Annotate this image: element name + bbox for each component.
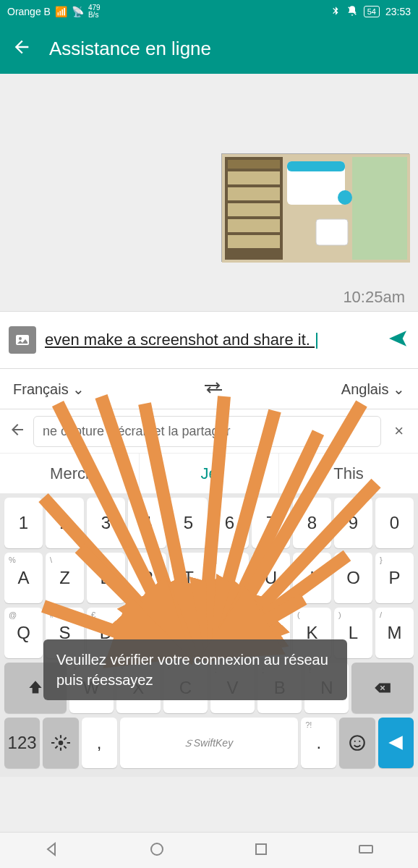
period-key[interactable]: ?!. bbox=[301, 718, 336, 768]
svg-rect-4 bbox=[228, 171, 280, 184]
svg-rect-35 bbox=[256, 844, 266, 854]
svg-rect-36 bbox=[359, 846, 372, 853]
key-Y[interactable]: ]Y bbox=[210, 553, 249, 603]
svg-point-11 bbox=[338, 190, 352, 205]
app-bar: Assistance en ligne bbox=[0, 23, 418, 74]
suggestion-1[interactable]: Merci bbox=[0, 454, 140, 493]
key-4[interactable]: 4 bbox=[128, 498, 166, 548]
attach-image-button[interactable] bbox=[9, 326, 36, 354]
translation-input[interactable]: ne capture d'écran et la partager bbox=[33, 416, 381, 447]
enter-key[interactable] bbox=[378, 718, 414, 768]
emoji-key[interactable] bbox=[339, 718, 375, 768]
soft-keyboard: 1234567890 %A\Z|E=R[T]Y<U>I{O}P @Q#S€D_F… bbox=[0, 493, 418, 777]
backspace-key[interactable] bbox=[351, 663, 414, 713]
key-1[interactable]: 1 bbox=[4, 498, 43, 548]
key-3[interactable]: 3 bbox=[87, 498, 125, 548]
numeric-key[interactable]: 123 bbox=[4, 718, 40, 768]
svg-point-18 bbox=[354, 741, 356, 742]
carrier-label: Orange B bbox=[7, 6, 51, 17]
svg-rect-10 bbox=[287, 161, 345, 171]
svg-point-16 bbox=[59, 741, 64, 746]
svg-rect-3 bbox=[228, 160, 280, 169]
svg-rect-12 bbox=[316, 219, 348, 245]
send-button[interactable] bbox=[386, 327, 409, 353]
key-T[interactable]: [T bbox=[169, 553, 208, 603]
space-key[interactable]: 𝘚 SwiftKey bbox=[120, 718, 298, 768]
settings-key[interactable] bbox=[43, 718, 78, 768]
status-bar: Orange B 📶 📡 479B/s 54 23:53 bbox=[0, 0, 418, 23]
lang-to-selector[interactable]: Anglais ⌄ bbox=[341, 380, 405, 398]
error-toast: Veuillez vérifier votre connexion au rés… bbox=[43, 639, 347, 700]
android-nav-bar bbox=[0, 832, 418, 868]
swap-languages-button[interactable] bbox=[203, 381, 223, 397]
mute-icon bbox=[346, 5, 358, 19]
svg-rect-5 bbox=[228, 187, 280, 200]
wifi-icon: 📡 bbox=[72, 6, 84, 17]
svg-point-34 bbox=[151, 843, 163, 855]
key-E[interactable]: |E bbox=[87, 553, 125, 603]
translate-language-bar: Français ⌄ Anglais ⌄ bbox=[0, 369, 418, 409]
message-input[interactable]: even make a screenshot and share it. bbox=[45, 330, 378, 351]
lang-from-selector[interactable]: Français ⌄ bbox=[13, 380, 85, 398]
translation-back-button[interactable] bbox=[9, 421, 26, 441]
composer: even make a screenshot and share it. bbox=[0, 311, 418, 369]
key-5[interactable]: 5 bbox=[169, 498, 208, 548]
chevron-down-icon: ⌄ bbox=[393, 381, 405, 397]
key-2[interactable]: 2 bbox=[46, 498, 84, 548]
nav-recent-button[interactable] bbox=[252, 841, 270, 861]
key-Q[interactable]: @Q bbox=[4, 608, 43, 658]
suggestion-3[interactable]: This bbox=[279, 454, 418, 493]
svg-rect-13 bbox=[352, 157, 407, 260]
key-9[interactable]: 9 bbox=[334, 498, 372, 548]
chat-area[interactable]: 10:25am bbox=[0, 74, 418, 311]
message-timestamp: 10:25am bbox=[343, 288, 405, 307]
nav-back-button[interactable] bbox=[43, 841, 61, 861]
svg-rect-7 bbox=[228, 219, 280, 232]
key-6[interactable]: 6 bbox=[210, 498, 249, 548]
nav-home-button[interactable] bbox=[148, 841, 166, 861]
suggestion-2[interactable]: Je bbox=[140, 454, 279, 493]
key-M[interactable]: /M bbox=[375, 608, 414, 658]
network-speed: 479B/s bbox=[88, 4, 101, 19]
battery-icon: 54 bbox=[364, 6, 380, 17]
key-O[interactable]: {O bbox=[334, 553, 372, 603]
key-R[interactable]: =R bbox=[128, 553, 166, 603]
svg-rect-8 bbox=[228, 235, 280, 248]
keyboard-suggestions: Merci Je This bbox=[0, 453, 418, 493]
key-8[interactable]: 8 bbox=[293, 498, 331, 548]
key-U[interactable]: <U bbox=[252, 553, 290, 603]
bluetooth-icon bbox=[330, 6, 341, 18]
signal-icon: 📶 bbox=[55, 6, 67, 17]
key-I[interactable]: >I bbox=[293, 553, 331, 603]
translation-row: ne capture d'écran et la partager × bbox=[0, 409, 418, 453]
key-A[interactable]: %A bbox=[4, 553, 43, 603]
comma-key[interactable]: , bbox=[82, 718, 117, 768]
key-Z[interactable]: \Z bbox=[46, 553, 84, 603]
key-P[interactable]: }P bbox=[375, 553, 414, 603]
nav-keyboard-button[interactable] bbox=[357, 841, 375, 861]
page-title: Assistance en ligne bbox=[49, 38, 211, 60]
key-0[interactable]: 0 bbox=[375, 498, 414, 548]
svg-point-15 bbox=[19, 337, 22, 340]
key-7[interactable]: 7 bbox=[252, 498, 290, 548]
clock: 23:53 bbox=[385, 6, 411, 17]
message-attachment[interactable] bbox=[221, 153, 409, 262]
chevron-down-icon: ⌄ bbox=[72, 381, 85, 397]
svg-rect-6 bbox=[228, 203, 280, 216]
back-button[interactable] bbox=[12, 37, 32, 60]
translation-clear-button[interactable]: × bbox=[388, 422, 409, 441]
svg-point-17 bbox=[350, 736, 364, 750]
svg-point-19 bbox=[359, 741, 360, 742]
